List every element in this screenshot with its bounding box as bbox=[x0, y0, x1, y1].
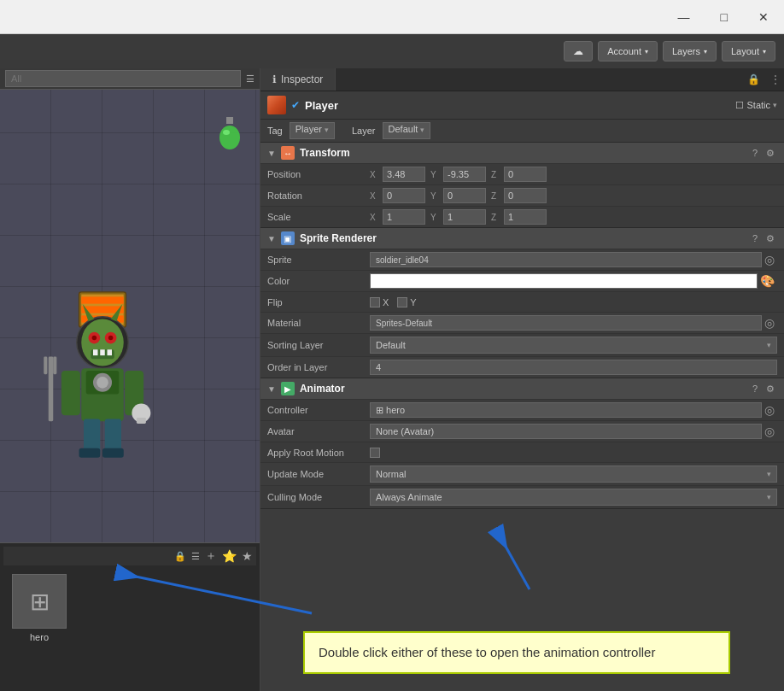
sprite-circle-icon[interactable]: ◎ bbox=[762, 253, 777, 266]
transform-name: Transform bbox=[300, 147, 745, 159]
order-label: Order in Layer bbox=[267, 362, 370, 372]
scale-row: Scale X Y Z bbox=[260, 206, 784, 227]
scale-values: X Y Z bbox=[370, 209, 777, 225]
color-value-area bbox=[370, 273, 758, 289]
tab-dots-icon[interactable]: ⋮ bbox=[767, 68, 784, 91]
rotation-z-input[interactable] bbox=[504, 188, 547, 203]
hero-icon-symbol: ⊞ bbox=[30, 588, 50, 616]
scale-z-input[interactable] bbox=[504, 209, 547, 225]
color-swatch[interactable] bbox=[370, 273, 758, 289]
sprite-renderer-header[interactable]: ▼ ▣ Sprite Renderer ? ⚙ bbox=[260, 228, 784, 249]
panel-menu-icon[interactable]: ☰ bbox=[246, 73, 255, 85]
add-asset-icon[interactable]: ＋ bbox=[205, 548, 217, 564]
avatar-value-area bbox=[370, 424, 762, 439]
potion-item bbox=[217, 115, 243, 152]
rx-label: X bbox=[370, 191, 380, 201]
sprite-value-area bbox=[370, 252, 762, 267]
lock-icon[interactable]: 🔒 bbox=[174, 551, 186, 562]
transform-buttons: ? ⚙ bbox=[750, 147, 777, 160]
sprite-label: Sprite bbox=[267, 255, 370, 265]
sprite-help-button[interactable]: ? bbox=[750, 232, 760, 244]
animator-icon: ▶ bbox=[281, 382, 295, 395]
svg-point-9 bbox=[92, 336, 97, 341]
transform-icon: ↔ bbox=[281, 146, 295, 160]
material-circle-icon[interactable]: ◎ bbox=[762, 316, 777, 330]
rotation-row: Rotation X Y Z bbox=[260, 184, 784, 206]
avatar-label: Avatar bbox=[267, 426, 370, 436]
sprite-value-input[interactable] bbox=[370, 252, 762, 267]
rotation-y-input[interactable] bbox=[443, 188, 486, 203]
hero-asset-item[interactable]: ⊞ hero bbox=[12, 574, 67, 642]
close-button[interactable]: ✕ bbox=[752, 7, 775, 27]
order-in-layer-row: Order in Layer bbox=[260, 356, 784, 378]
animator-help-button[interactable]: ? bbox=[750, 383, 760, 395]
active-checkbox[interactable]: ✔ bbox=[291, 99, 300, 111]
animator-settings-button[interactable]: ⚙ bbox=[764, 383, 777, 395]
transform-settings-button[interactable]: ⚙ bbox=[764, 147, 777, 160]
position-x-input[interactable] bbox=[383, 167, 425, 182]
sprite-renderer-component: ▼ ▣ Sprite Renderer ? ⚙ Sprite ◎ bbox=[260, 228, 784, 378]
inspector-tab-bar: ℹ Inspector 🔒 ⋮ bbox=[260, 68, 784, 91]
position-z-input[interactable] bbox=[504, 167, 547, 182]
inspector-tab[interactable]: ℹ Inspector bbox=[260, 68, 336, 91]
transform-header[interactable]: ▼ ↔ Transform ? ⚙ bbox=[260, 143, 784, 163]
order-value-input[interactable] bbox=[370, 360, 777, 375]
material-value-input[interactable] bbox=[370, 315, 762, 331]
gameobject-cube-icon bbox=[267, 96, 286, 114]
tag-layer-row: Tag Player ▾ Layer Default ▾ bbox=[260, 120, 784, 143]
search-asset-icon[interactable]: ⭐ bbox=[222, 549, 237, 563]
minimize-button[interactable]: — bbox=[671, 7, 697, 27]
scale-y-input[interactable] bbox=[443, 209, 486, 225]
svg-rect-2 bbox=[81, 296, 124, 303]
animator-header[interactable]: ▼ ▶ Animator ? ⚙ bbox=[260, 378, 784, 399]
avatar-value-input[interactable] bbox=[370, 424, 762, 439]
assets-toolbar: 🔒 ☰ ＋ ⭐ ★ bbox=[3, 547, 256, 565]
maximize-button[interactable]: □ bbox=[714, 7, 734, 27]
account-button[interactable]: Account ▾ bbox=[598, 41, 658, 61]
flip-x-item: X bbox=[370, 297, 389, 307]
layer-label: Layer bbox=[352, 126, 376, 136]
culling-mode-label: Culling Mode bbox=[267, 492, 370, 502]
transform-help-button[interactable]: ? bbox=[750, 147, 760, 159]
scale-label: Scale bbox=[267, 212, 370, 222]
culling-mode-dropdown[interactable]: Always Animate ▾ bbox=[370, 489, 777, 506]
flip-x-checkbox[interactable] bbox=[370, 297, 380, 307]
transform-component: ▼ ↔ Transform ? ⚙ Position X bbox=[260, 143, 784, 228]
search-input[interactable] bbox=[5, 70, 241, 87]
layers-button[interactable]: Layers ▾ bbox=[663, 41, 717, 61]
flip-label: Flip bbox=[267, 297, 370, 307]
svg-rect-30 bbox=[79, 448, 101, 458]
scale-z-group: Z bbox=[491, 209, 547, 225]
avatar-circle-icon[interactable]: ◎ bbox=[762, 425, 777, 438]
controller-value-input[interactable] bbox=[370, 402, 762, 418]
layout-button[interactable]: Layout ▾ bbox=[722, 41, 775, 61]
static-checkbox[interactable]: ☐ Static ▾ bbox=[735, 100, 777, 111]
sy-label: Y bbox=[430, 213, 441, 222]
annotation-text: Double click either of these to open the… bbox=[319, 645, 655, 659]
tag-dropdown[interactable]: Player ▾ bbox=[290, 122, 335, 139]
title-bar: — □ ✕ bbox=[0, 0, 784, 34]
tag-label: Tag bbox=[267, 126, 283, 136]
account-label: Account bbox=[607, 46, 641, 56]
player-character bbox=[26, 286, 179, 474]
top-toolbar: ☁ Account ▾ Layers ▾ Layout ▾ bbox=[0, 34, 784, 68]
apply-root-checkbox[interactable] bbox=[370, 448, 380, 458]
sprite-settings-button[interactable]: ⚙ bbox=[764, 232, 777, 245]
color-picker-icon[interactable]: 🎨 bbox=[758, 274, 777, 288]
update-mode-dropdown[interactable]: Normal ▾ bbox=[370, 466, 777, 483]
order-value-area bbox=[370, 360, 777, 375]
assets-menu-icon[interactable]: ☰ bbox=[191, 551, 200, 562]
cloud-button[interactable]: ☁ bbox=[564, 41, 593, 61]
color-label: Color bbox=[267, 276, 370, 286]
star-icon[interactable]: ★ bbox=[242, 549, 253, 563]
sorting-layer-dropdown[interactable]: Default ▾ bbox=[370, 337, 777, 354]
tab-lock-icon[interactable]: 🔒 bbox=[740, 68, 767, 91]
svg-rect-23 bbox=[49, 357, 54, 422]
position-y-input[interactable] bbox=[443, 167, 486, 182]
rotation-x-input[interactable] bbox=[383, 188, 425, 203]
controller-circle-icon[interactable]: ◎ bbox=[762, 403, 777, 417]
flip-y-checkbox[interactable] bbox=[397, 297, 407, 307]
layer-dropdown[interactable]: Default ▾ bbox=[383, 122, 431, 139]
main-layout: ☰ bbox=[0, 68, 784, 691]
scale-x-input[interactable] bbox=[383, 209, 425, 225]
